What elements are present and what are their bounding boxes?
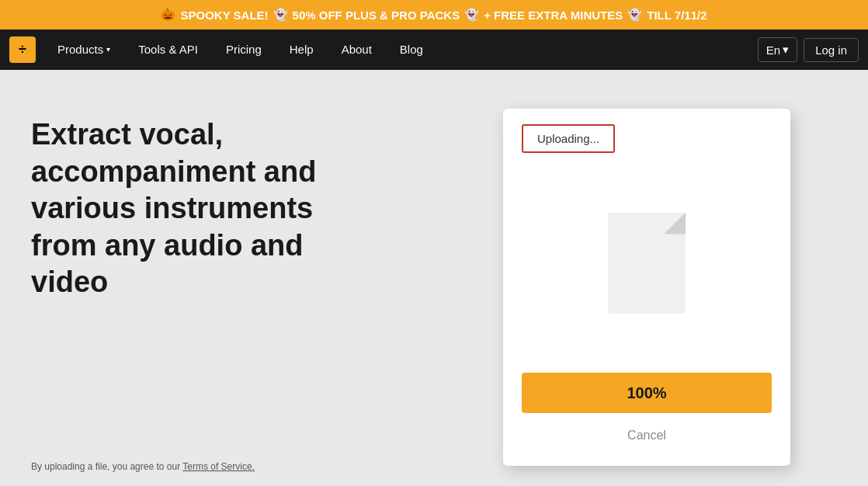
- upload-card: Uploading... 100% Cancel: [503, 109, 790, 466]
- tos-notice: By uploading a file, you agree to our Te…: [31, 461, 255, 472]
- nav-label-products: Products: [57, 43, 103, 56]
- ghost-icon-1: 👻: [273, 8, 288, 22]
- login-label: Log in: [815, 43, 847, 57]
- banner-till-text: TILL 7/11/2: [647, 9, 707, 22]
- nav-label-blog: Blog: [400, 43, 423, 56]
- cancel-button[interactable]: Cancel: [522, 424, 772, 447]
- hero-title: Extract vocal, accompaniment and various…: [31, 116, 357, 301]
- nav-label-pricing: Pricing: [226, 43, 262, 56]
- login-button[interactable]: Log in: [804, 38, 859, 62]
- nav-item-help[interactable]: Help: [276, 30, 328, 70]
- banner-sale-text: SPOOKY SALE!: [180, 9, 268, 22]
- nav-item-products[interactable]: Products ▾: [43, 30, 124, 70]
- nav-item-about[interactable]: About: [328, 30, 386, 70]
- nav-item-pricing[interactable]: Pricing: [212, 30, 276, 70]
- nav-right: En ▾ Log in: [758, 37, 859, 62]
- file-icon: [608, 213, 686, 314]
- lang-label: En: [766, 43, 780, 57]
- ghost-icon-2: 👻: [464, 8, 479, 22]
- tos-prefix: By uploading a file, you agree to our: [31, 461, 180, 472]
- logo-symbol: ÷: [19, 42, 26, 58]
- hero-section: Extract vocal, accompaniment and various…: [31, 116, 357, 301]
- nav-items: Products ▾ Tools & API Pricing Help Abou…: [43, 30, 758, 70]
- main-content: Extract vocal, accompaniment and various…: [0, 70, 868, 486]
- banner-offer-text: 50% OFF PLUS & PRO PACKS: [293, 9, 460, 22]
- cancel-label: Cancel: [627, 429, 666, 442]
- tos-link[interactable]: Terms of Service.: [182, 461, 255, 472]
- file-icon-area: [522, 168, 772, 357]
- ghost-icon-3: 👻: [627, 8, 642, 22]
- promo-banner: 🎃 SPOOKY SALE! 👻 50% OFF PLUS & PRO PACK…: [0, 0, 868, 30]
- nav-label-help: Help: [290, 43, 314, 56]
- logo[interactable]: ÷: [9, 36, 36, 63]
- nav-item-blog[interactable]: Blog: [386, 30, 437, 70]
- main-nav: ÷ Products ▾ Tools & API Pricing Help Ab…: [0, 30, 868, 70]
- nav-label-about: About: [342, 43, 372, 56]
- uploading-status: Uploading...: [522, 124, 615, 153]
- nav-item-tools[interactable]: Tools & API: [124, 30, 212, 70]
- nav-label-tools: Tools & API: [138, 43, 198, 56]
- chevron-down-icon: ▾: [106, 45, 110, 54]
- skull-icon: 🎃: [161, 8, 175, 22]
- language-selector[interactable]: En ▾: [758, 37, 797, 62]
- lang-chevron-icon: ▾: [783, 43, 789, 57]
- banner-extra-text: + FREE EXTRA MINUTES: [484, 9, 623, 22]
- progress-bar: 100%: [522, 373, 772, 413]
- progress-label: 100%: [627, 384, 666, 402]
